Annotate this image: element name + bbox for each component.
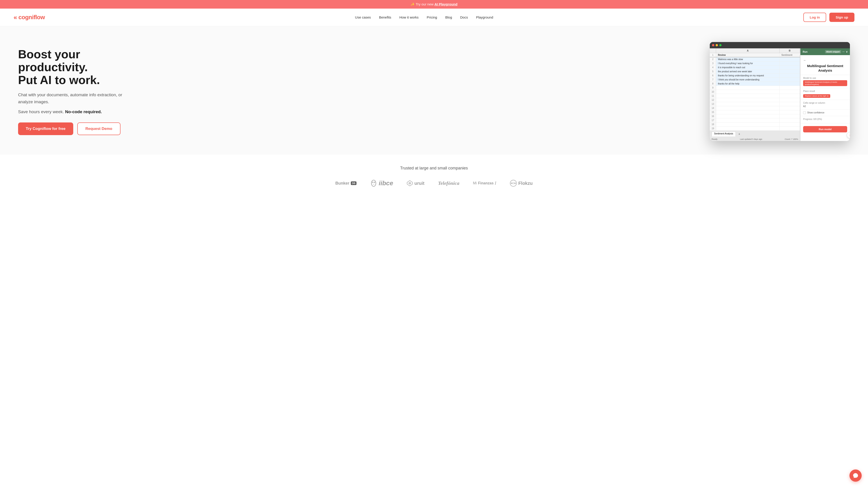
- add-sheet-button[interactable]: +: [737, 131, 742, 136]
- top-banner: ✨ Try our new AI Playground: [0, 0, 868, 8]
- spreadsheet-container: A B 1 Review Sentiment 2 Waitress was a …: [710, 48, 850, 141]
- table-row: 5 the product arrived one week later: [710, 70, 800, 74]
- trusted-section: Trusted at large and small companies Bun…: [0, 155, 868, 199]
- back-arrow-icon[interactable]: ←: [803, 58, 847, 62]
- bunker-badge: DB: [351, 182, 357, 185]
- snippet-label: Blank snippet: [825, 50, 841, 53]
- model-value[interactable]: Multilingual Sentiment Analysis (2 level…: [803, 80, 847, 86]
- sheet-tab[interactable]: Sentiment Analysis: [712, 131, 736, 136]
- hero-subtitle: Chat with your documents, automate info …: [18, 92, 135, 105]
- table-row: 14: [710, 106, 800, 110]
- maximize-dot: [719, 44, 721, 46]
- table-row: 15: [710, 110, 800, 114]
- sheet-tab-bar: Sentiment Analysis +: [710, 131, 800, 137]
- table-row: 13: [710, 102, 800, 106]
- bunker-logo: Bunker DB: [336, 181, 357, 186]
- col-a-header: A: [716, 48, 780, 53]
- window-toolbar: [710, 42, 850, 48]
- range-value: A2: [803, 105, 847, 107]
- dropdown-icon: ▾: [827, 95, 829, 97]
- spreadsheet-left: A B 1 Review Sentiment 2 Waitress was a …: [710, 48, 800, 141]
- minimize-dot: [716, 44, 718, 46]
- sheet-header-row: 1 Review Sentiment: [710, 53, 800, 57]
- telefonica-logo: Telefónica: [438, 180, 460, 186]
- table-row: 12: [710, 98, 800, 102]
- table-row: 19: [710, 127, 800, 131]
- table-row: 11: [710, 94, 800, 98]
- banner-text: ✨ Try our new: [410, 2, 434, 6]
- hero-title: Boost your productivity. Put AI to work.: [18, 48, 135, 87]
- nav-blog[interactable]: Blog: [445, 15, 452, 19]
- uruit-icon: [407, 180, 413, 186]
- nav-pricing[interactable]: Pricing: [427, 15, 437, 19]
- col-b-header: B: [780, 48, 800, 53]
- panel-header: Run Blank snippet ··· ∨: [800, 48, 850, 55]
- flokzu-icon: [510, 180, 517, 187]
- next-arrow-button[interactable]: ›: [847, 132, 850, 138]
- table-row: 18: [710, 123, 800, 127]
- svg-point-0: [371, 180, 376, 186]
- login-button[interactable]: Log in: [803, 13, 826, 22]
- hero-image: A B 1 Review Sentiment 2 Waitress was a …: [710, 42, 850, 141]
- banner-link[interactable]: AI Playground: [434, 2, 458, 6]
- place-result-field: Place result Replace values at the right…: [800, 88, 850, 100]
- close-dot: [712, 44, 714, 46]
- nav-how-it-works[interactable]: How it works: [399, 15, 418, 19]
- table-row: 4 it is impossible to reach out: [710, 66, 800, 70]
- svg-point-1: [372, 182, 373, 183]
- svg-marker-4: [408, 182, 411, 185]
- nav-benefits[interactable]: Benefits: [379, 15, 391, 19]
- svg-point-7: [515, 183, 516, 184]
- uruit-logo: uruit: [407, 180, 424, 186]
- table-row: 2 Waitress was a little slow: [710, 57, 800, 61]
- table-row: 8 thanks for all the help: [710, 82, 800, 86]
- confidence-checkbox[interactable]: Show confidence: [803, 111, 847, 114]
- flokzu-logo: Flokzu: [510, 180, 532, 187]
- table-row: 10: [710, 90, 800, 94]
- hero-text: Boost your productivity. Put AI to work.…: [18, 48, 135, 135]
- hero-save-text: Save hours every week. No-code required.: [18, 109, 135, 114]
- table-row: 17: [710, 119, 800, 123]
- model-field: Model to use Multilingual Sentiment Anal…: [800, 75, 850, 88]
- iibce-owl-icon: [370, 179, 377, 188]
- column-headers: A B: [710, 48, 800, 53]
- svg-point-6: [511, 183, 512, 184]
- table-row: 6 thanks for being understanding on my r…: [710, 74, 800, 78]
- trusted-title: Trusted at large and small companies: [18, 166, 850, 170]
- hero-section: Boost your productivity. Put AI to work.…: [0, 26, 868, 155]
- svg-point-2: [374, 182, 375, 183]
- panel-close-icon[interactable]: ∨: [846, 51, 848, 53]
- logo[interactable]: « cogniflow: [13, 14, 45, 21]
- sheet-rows: 2 Waitress was a little slow 3 I found e…: [710, 57, 800, 131]
- signup-button[interactable]: Sign up: [829, 13, 855, 22]
- row-num-header: [710, 48, 716, 53]
- confidence-field: Show confidence: [800, 109, 850, 116]
- nav-links: Use cases Benefits How it works Pricing …: [355, 15, 493, 20]
- logo-icon: «: [13, 14, 17, 21]
- panel-menu-icon[interactable]: ···: [842, 51, 844, 53]
- checkbox-icon[interactable]: [803, 111, 806, 114]
- table-row: 16: [710, 114, 800, 119]
- range-field: Cells range or column A2: [800, 100, 850, 109]
- nav-use-cases[interactable]: Use cases: [355, 15, 371, 19]
- ai-panel: Run Blank snippet ··· ∨ ← Multilingual S…: [800, 48, 850, 141]
- request-demo-button[interactable]: Request Demo: [77, 123, 121, 135]
- nav-docs[interactable]: Docs: [460, 15, 468, 19]
- logo-text: cogniflow: [19, 14, 45, 21]
- try-free-button[interactable]: Try Cogniflow for free: [18, 123, 73, 135]
- sheet-footer: Ready Last updated 5 days ago Count: 7 1…: [710, 137, 800, 141]
- table-row: 9: [710, 86, 800, 90]
- hero-buttons: Try Cogniflow for free Request Demo: [18, 123, 135, 135]
- nav-playground[interactable]: Playground: [476, 15, 493, 19]
- panel-main-title: Multilingual Sentiment Analysis: [803, 64, 847, 72]
- navbar: « cogniflow Use cases Benefits How it wo…: [0, 8, 868, 26]
- company-logos: Bunker DB iibce uruit Telefónica: [18, 179, 850, 188]
- table-row: 7 I think you should be more understandi…: [710, 78, 800, 82]
- progress-field: Progress: 0/0 (0%): [800, 116, 850, 123]
- place-value[interactable]: Replace values at the right ▾: [803, 94, 830, 98]
- nav-actions: Log in Sign up: [803, 13, 855, 22]
- iibce-logo: iibce: [370, 179, 393, 188]
- panel-title-section: ← Multilingual Sentiment Analysis: [800, 55, 850, 75]
- table-row: 3 I found everything I was looking for: [710, 61, 800, 66]
- run-model-button[interactable]: Run model: [803, 126, 847, 132]
